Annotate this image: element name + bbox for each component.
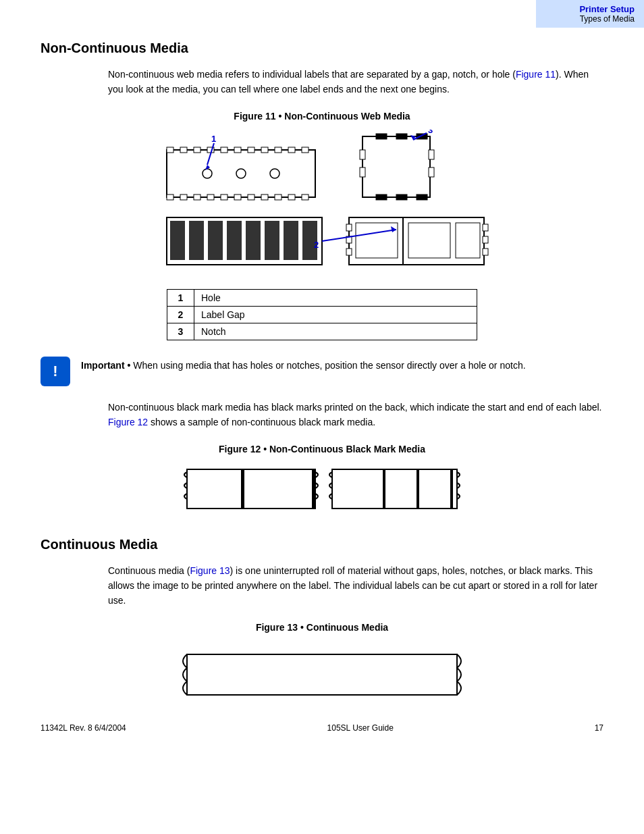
svg-line-63 — [322, 230, 396, 241]
svg-rect-39 — [429, 167, 434, 177]
svg-rect-8 — [261, 147, 268, 153]
svg-rect-56 — [483, 224, 488, 231]
svg-rect-31 — [396, 134, 407, 139]
svg-line-26 — [207, 143, 214, 165]
legend-text-3: Notch — [194, 323, 477, 340]
important-text: Important • When using media that has ho… — [81, 357, 526, 373]
svg-rect-17 — [234, 194, 241, 200]
page-footer: 11342L Rev. 8 6/4/2004 105SL User Guide … — [41, 723, 603, 733]
svg-rect-33 — [376, 194, 387, 200]
svg-rect-18 — [248, 194, 254, 200]
svg-rect-49 — [265, 221, 279, 260]
important-box: ! Important • When using media that has … — [41, 357, 603, 386]
svg-rect-22 — [302, 194, 308, 200]
svg-rect-3 — [194, 147, 200, 153]
svg-rect-30 — [376, 134, 387, 139]
svg-rect-35 — [417, 194, 427, 200]
svg-text:2: 2 — [314, 240, 319, 250]
svg-rect-44 — [170, 221, 185, 260]
svg-rect-1 — [167, 147, 173, 153]
svg-rect-15 — [207, 194, 214, 200]
figure12-caption: Figure 12 • Non-Continuous Black Mark Me… — [41, 444, 603, 454]
svg-rect-36 — [360, 150, 365, 159]
figure11-container: 1 3 — [41, 130, 603, 278]
svg-rect-14 — [194, 194, 200, 200]
legend-row-1: 1 Hole — [167, 289, 477, 306]
svg-rect-50 — [284, 221, 298, 260]
svg-rect-32 — [417, 134, 427, 139]
svg-rect-19 — [261, 194, 268, 200]
figure12-svg — [167, 463, 477, 517]
svg-point-23 — [203, 169, 212, 178]
svg-rect-55 — [346, 249, 352, 255]
svg-rect-12 — [167, 194, 173, 200]
svg-rect-13 — [180, 194, 187, 200]
section2-intro-text: Continuous media (Figure 13) is one unin… — [108, 563, 603, 608]
legend-row-3: 3 Notch — [167, 323, 477, 340]
svg-rect-9 — [275, 147, 281, 153]
svg-rect-47 — [227, 221, 242, 260]
svg-point-24 — [236, 169, 246, 178]
svg-rect-61 — [408, 223, 450, 258]
svg-text:3: 3 — [428, 130, 433, 135]
svg-rect-58 — [483, 249, 488, 255]
figure12-container — [41, 463, 603, 517]
svg-rect-69 — [332, 469, 457, 509]
svg-rect-73 — [187, 654, 457, 695]
svg-point-25 — [270, 169, 279, 178]
svg-rect-6 — [234, 147, 241, 153]
black-mark-text: Non-continuous black mark media has blac… — [108, 400, 603, 430]
svg-rect-66 — [187, 469, 315, 509]
figure13-svg — [153, 641, 491, 708]
svg-rect-20 — [275, 194, 281, 200]
svg-rect-21 — [288, 194, 295, 200]
figure13-container — [41, 641, 603, 708]
figure11-svg: 1 3 — [153, 130, 491, 278]
figure12-link[interactable]: Figure 12 — [108, 417, 148, 427]
legend-num-2: 2 — [167, 306, 194, 323]
svg-rect-46 — [208, 221, 223, 260]
svg-rect-29 — [363, 136, 430, 197]
svg-rect-48 — [246, 221, 261, 260]
header-tab: Printer Setup Types of Media — [536, 0, 644, 28]
svg-rect-37 — [360, 167, 365, 177]
types-of-media-label: Types of Media — [545, 14, 635, 24]
svg-rect-2 — [180, 147, 187, 153]
printer-setup-label: Printer Setup — [545, 4, 635, 14]
svg-rect-10 — [288, 147, 295, 153]
svg-rect-70 — [383, 469, 385, 509]
legend-num-3: 3 — [167, 323, 194, 340]
footer-left: 11342L Rev. 8 6/4/2004 — [41, 723, 126, 733]
svg-rect-71 — [417, 469, 419, 509]
svg-rect-45 — [189, 221, 204, 260]
svg-rect-5 — [221, 147, 227, 153]
legend-row-2: 2 Label Gap — [167, 306, 477, 323]
svg-rect-7 — [248, 147, 254, 153]
svg-rect-11 — [302, 147, 308, 153]
svg-rect-72 — [450, 469, 453, 509]
svg-rect-38 — [429, 150, 434, 159]
legend-text-2: Label Gap — [194, 306, 477, 323]
figure13-caption: Figure 13 • Continuous Media — [41, 622, 603, 633]
section1-title: Non-Continuous Media — [41, 41, 603, 56]
svg-rect-62 — [456, 223, 480, 258]
section2-title: Continuous Media — [41, 537, 603, 552]
section2: Continuous Media Continuous media (Figur… — [41, 537, 603, 708]
important-icon: ! — [41, 357, 70, 386]
figure13-link[interactable]: Figure 13 — [190, 565, 230, 576]
svg-marker-64 — [391, 226, 396, 232]
svg-rect-16 — [221, 194, 227, 200]
figure11-legend-table: 1 Hole 2 Label Gap 3 Notch — [167, 289, 477, 340]
footer-center: 105SL User Guide — [327, 723, 394, 733]
footer-right: 17 — [595, 723, 603, 733]
legend-text-1: Hole — [194, 289, 477, 306]
figure11-caption: Figure 11 • Non-Continuous Web Media — [41, 111, 603, 122]
svg-rect-68 — [312, 469, 315, 509]
svg-rect-57 — [483, 236, 488, 243]
figure11-link[interactable]: Figure 11 — [516, 69, 556, 80]
svg-rect-53 — [346, 224, 352, 231]
section1-intro-text: Non-continuous web media refers to indiv… — [108, 67, 603, 97]
svg-rect-34 — [396, 194, 407, 200]
svg-rect-67 — [241, 469, 244, 509]
legend-num-1: 1 — [167, 289, 194, 306]
